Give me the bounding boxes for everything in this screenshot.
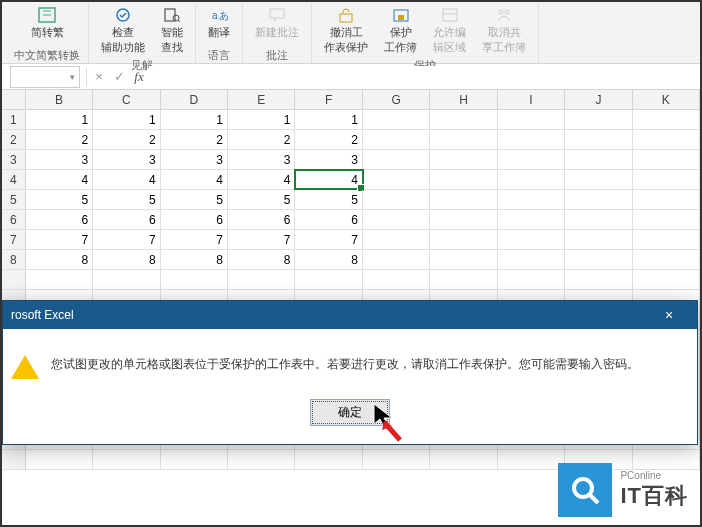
cell[interactable] bbox=[363, 150, 430, 169]
cell[interactable] bbox=[430, 170, 497, 189]
cell[interactable] bbox=[498, 150, 565, 169]
row-header[interactable] bbox=[2, 270, 26, 289]
cell[interactable] bbox=[430, 130, 497, 149]
cell[interactable]: 7 bbox=[228, 230, 295, 249]
select-all-corner[interactable] bbox=[2, 90, 26, 109]
cell[interactable] bbox=[565, 270, 632, 289]
cell[interactable]: 6 bbox=[228, 210, 295, 229]
cell[interactable] bbox=[430, 210, 497, 229]
cell[interactable] bbox=[633, 110, 700, 129]
cell[interactable]: 4 bbox=[161, 170, 228, 189]
close-icon[interactable]: × bbox=[649, 307, 689, 323]
cell[interactable] bbox=[161, 450, 228, 469]
cell[interactable]: 2 bbox=[93, 130, 160, 149]
cell[interactable] bbox=[633, 170, 700, 189]
row-header[interactable]: 3 bbox=[2, 150, 26, 169]
cell[interactable] bbox=[633, 130, 700, 149]
cell[interactable] bbox=[633, 270, 700, 289]
cell[interactable] bbox=[363, 190, 430, 209]
column-header[interactable]: E bbox=[228, 90, 295, 109]
row-header[interactable]: 4 bbox=[2, 170, 26, 189]
cell[interactable] bbox=[363, 230, 430, 249]
cell[interactable]: 6 bbox=[161, 210, 228, 229]
row-header[interactable] bbox=[2, 450, 26, 469]
translate-button[interactable]: aあ 翻译 bbox=[204, 4, 234, 41]
cell[interactable]: 1 bbox=[93, 110, 160, 129]
cell[interactable] bbox=[430, 450, 497, 469]
cell[interactable]: 5 bbox=[228, 190, 295, 209]
cell[interactable] bbox=[363, 210, 430, 229]
column-header[interactable]: C bbox=[93, 90, 160, 109]
chevron-down-icon[interactable]: ▾ bbox=[70, 72, 75, 82]
cell[interactable] bbox=[363, 110, 430, 129]
cell[interactable] bbox=[26, 450, 93, 469]
cell[interactable] bbox=[26, 270, 93, 289]
column-header[interactable]: J bbox=[565, 90, 632, 109]
row-header[interactable]: 5 bbox=[2, 190, 26, 209]
cell[interactable] bbox=[633, 210, 700, 229]
dialog-titlebar[interactable]: rosoft Excel × bbox=[3, 301, 697, 329]
row-header[interactable]: 6 bbox=[2, 210, 26, 229]
cell[interactable]: 1 bbox=[161, 110, 228, 129]
cell[interactable]: 4 bbox=[93, 170, 160, 189]
column-header[interactable]: G bbox=[363, 90, 430, 109]
cell[interactable] bbox=[430, 110, 497, 129]
cell[interactable] bbox=[498, 130, 565, 149]
cell[interactable] bbox=[565, 210, 632, 229]
check-accessibility-button[interactable]: 检查 辅助功能 bbox=[97, 4, 149, 56]
cell[interactable] bbox=[565, 190, 632, 209]
cell[interactable] bbox=[430, 250, 497, 269]
cell[interactable] bbox=[498, 230, 565, 249]
cell[interactable] bbox=[363, 270, 430, 289]
cell[interactable] bbox=[498, 450, 565, 469]
cell[interactable]: 7 bbox=[161, 230, 228, 249]
cell[interactable] bbox=[565, 170, 632, 189]
cell[interactable]: 3 bbox=[93, 150, 160, 169]
cell[interactable] bbox=[565, 250, 632, 269]
cell[interactable] bbox=[498, 110, 565, 129]
cell[interactable]: 5 bbox=[93, 190, 160, 209]
ok-button[interactable]: 确定 bbox=[310, 399, 390, 426]
cell[interactable] bbox=[295, 450, 362, 469]
cell[interactable]: 5 bbox=[26, 190, 93, 209]
cell[interactable] bbox=[498, 190, 565, 209]
cell[interactable] bbox=[430, 230, 497, 249]
formula-input[interactable] bbox=[149, 66, 700, 88]
cell[interactable]: 2 bbox=[161, 130, 228, 149]
protect-workbook-button[interactable]: 保护 工作簿 bbox=[380, 4, 421, 56]
row-header[interactable]: 8 bbox=[2, 250, 26, 269]
cell[interactable] bbox=[633, 250, 700, 269]
row-header[interactable]: 7 bbox=[2, 230, 26, 249]
cell[interactable] bbox=[363, 130, 430, 149]
cell[interactable] bbox=[633, 150, 700, 169]
cell[interactable] bbox=[430, 150, 497, 169]
cell[interactable] bbox=[363, 250, 430, 269]
cell[interactable]: 2 bbox=[295, 130, 362, 149]
cell[interactable] bbox=[498, 270, 565, 289]
cell[interactable] bbox=[430, 190, 497, 209]
name-box[interactable]: ▾ bbox=[10, 66, 80, 88]
cell[interactable] bbox=[633, 190, 700, 209]
cell[interactable]: 7 bbox=[295, 230, 362, 249]
cell[interactable]: 4 bbox=[295, 170, 362, 189]
cell[interactable]: 1 bbox=[295, 110, 362, 129]
cell[interactable]: 1 bbox=[26, 110, 93, 129]
cell[interactable]: 7 bbox=[93, 230, 160, 249]
cell[interactable]: 8 bbox=[295, 250, 362, 269]
cell[interactable] bbox=[498, 170, 565, 189]
column-header[interactable]: B bbox=[26, 90, 93, 109]
cell[interactable]: 7 bbox=[26, 230, 93, 249]
cell[interactable]: 3 bbox=[295, 150, 362, 169]
cell[interactable]: 2 bbox=[26, 130, 93, 149]
cell[interactable]: 1 bbox=[228, 110, 295, 129]
column-header[interactable]: H bbox=[430, 90, 497, 109]
cell[interactable]: 6 bbox=[26, 210, 93, 229]
cell[interactable]: 6 bbox=[93, 210, 160, 229]
smart-lookup-button[interactable]: 智能 查找 bbox=[157, 4, 187, 56]
cell[interactable]: 3 bbox=[26, 150, 93, 169]
row-header[interactable]: 1 bbox=[2, 110, 26, 129]
cell[interactable] bbox=[161, 270, 228, 289]
cell[interactable]: 8 bbox=[161, 250, 228, 269]
column-header[interactable]: I bbox=[498, 90, 565, 109]
cell[interactable]: 5 bbox=[161, 190, 228, 209]
